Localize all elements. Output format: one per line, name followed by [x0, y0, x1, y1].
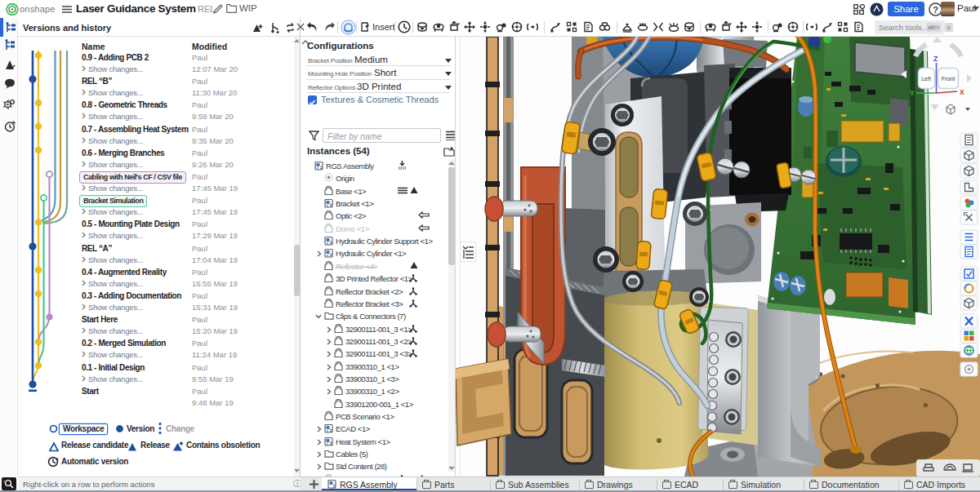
svg-text:Y: Y — [910, 89, 915, 97]
svg-text:Left: Left — [921, 76, 931, 82]
svg-text:X: X — [960, 88, 964, 96]
svg-text:?: ? — [933, 5, 938, 15]
svg-text:Front: Front — [942, 76, 955, 82]
svg-text:Z: Z — [933, 55, 938, 63]
